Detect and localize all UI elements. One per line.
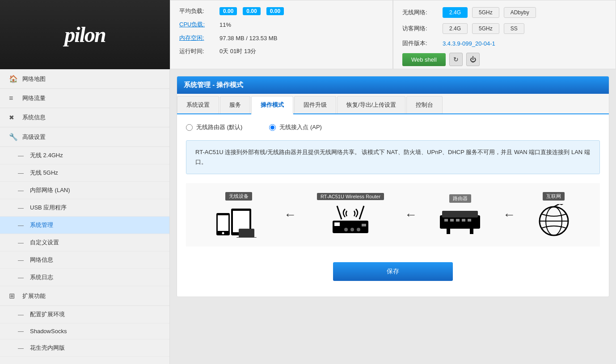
router-icon bbox=[324, 204, 377, 237]
svg-point-12 bbox=[344, 228, 348, 231]
sidebar-label-sys-log: 系统日志 bbox=[30, 273, 53, 281]
svg-rect-24 bbox=[470, 229, 473, 234]
sidebar-label-custom: 自定义设置 bbox=[30, 238, 59, 247]
cpu-row: CPU负载: 11% bbox=[179, 21, 384, 29]
arrow-2: ← bbox=[405, 208, 417, 222]
sidebar-item-peanut[interactable]: — 花生壳内网版 bbox=[0, 339, 169, 357]
wifi-5g-btn[interactable]: 5GHz bbox=[472, 7, 499, 18]
wireless-devices-label: 无线设备 bbox=[225, 192, 252, 201]
action-row: Web shell ↻ ⏻ bbox=[402, 53, 607, 66]
svg-point-14 bbox=[357, 228, 360, 231]
svg-line-28 bbox=[554, 204, 561, 207]
list-icon: ≡ bbox=[9, 94, 18, 102]
guest-label: 访客网络: bbox=[402, 25, 438, 33]
tab-system-settings[interactable]: 系统设置 bbox=[177, 96, 219, 113]
sidebar-item-wifi-24[interactable]: — 无线 2.4GHz bbox=[0, 147, 169, 164]
guest-ss-btn[interactable]: SS bbox=[504, 23, 524, 34]
sidebar-label-shadowsocks: ShadowSocks bbox=[30, 328, 67, 335]
sidebar-label-config-ext: 配置扩展环境 bbox=[30, 310, 65, 318]
header-right-panel: 无线网络: 2.4G 5GHz ADbyby 访客网络: 2.4G 5GHz S… bbox=[393, 0, 616, 69]
refresh-button[interactable]: ↻ bbox=[449, 53, 463, 66]
guest-row: 访客网络: 2.4G 5GHz SS bbox=[402, 23, 607, 34]
sidebar-item-wifi-5[interactable]: — 无线 5GHz bbox=[0, 164, 169, 182]
dash-icon-3: — bbox=[18, 187, 24, 194]
internet-icon bbox=[536, 204, 572, 238]
tab-operation-mode[interactable]: 操作模式 bbox=[251, 96, 293, 114]
tab-console[interactable]: 控制台 bbox=[406, 96, 443, 113]
power-button[interactable]: ⏻ bbox=[466, 53, 480, 66]
radio-option-ap[interactable]: 无线接入点 (AP) bbox=[269, 123, 322, 131]
sidebar-item-shadowsocks[interactable]: — ShadowSocks bbox=[0, 323, 169, 339]
sidebar-label-sys-manage: 系统管理 bbox=[30, 221, 53, 229]
load-val-2: 0.00 bbox=[243, 7, 260, 15]
svg-rect-17 bbox=[442, 211, 478, 218]
logo-area: pilon bbox=[0, 0, 170, 69]
diagram-internet: 互联网 bbox=[536, 192, 572, 238]
dash-icon-10: — bbox=[18, 328, 24, 335]
guest-2g-btn[interactable]: 2.4G bbox=[443, 23, 468, 34]
sidebar-item-network-flow[interactable]: ≡ 网络流量 bbox=[0, 89, 169, 108]
ext-router-icon bbox=[438, 206, 482, 235]
radio-router[interactable] bbox=[186, 124, 193, 131]
internet-label: 互联网 bbox=[543, 192, 565, 201]
sidebar-item-sys-manage[interactable]: — 系统管理 bbox=[0, 217, 169, 234]
avg-load-label: 平均负载: bbox=[179, 7, 215, 15]
diagram-router: RT-AC51U Wireless Router bbox=[317, 193, 384, 237]
svg-line-8 bbox=[337, 206, 342, 219]
arrow-1: ← bbox=[284, 208, 296, 222]
guest-5g-btn[interactable]: 5GHz bbox=[472, 23, 499, 34]
firmware-version[interactable]: 3.4.3.9-099_20-04-1 bbox=[443, 40, 495, 47]
network-diagram: 无线设备 bbox=[186, 183, 600, 247]
sidebar-item-net-info[interactable]: — 网络信息 bbox=[0, 251, 169, 269]
svg-rect-1 bbox=[218, 215, 228, 231]
tab-restore[interactable]: 恢复/导出/上传设置 bbox=[337, 96, 405, 113]
sidebar-item-extensions[interactable]: ⊞ 扩展功能 bbox=[0, 286, 169, 306]
radio-group: 无线路由器 (默认) 无线接入点 (AP) bbox=[186, 123, 600, 131]
tab-bar: 系统设置 服务 操作模式 固件升级 恢复/导出/上传设置 控制台 bbox=[177, 94, 609, 114]
dash-icon-7: — bbox=[18, 257, 24, 264]
sidebar-label-peanut: 花生壳内网版 bbox=[30, 344, 65, 352]
sidebar-item-network-map[interactable]: 🏠 网络地图 bbox=[0, 69, 169, 89]
wireless-devices-icon bbox=[214, 204, 263, 238]
svg-rect-23 bbox=[447, 229, 450, 234]
info-box: RT-AC51U 连接到外部有线/无线路由器并且提供无线网络共享。 该模式下 N… bbox=[186, 140, 600, 174]
sidebar-item-sys-log[interactable]: — 系统日志 bbox=[0, 269, 169, 286]
sidebar: 🏠 网络地图 ≡ 网络流量 ✖ 系统信息 🔧 高级设置 — 无线 2.4GHz … bbox=[0, 69, 170, 364]
sidebar-item-custom[interactable]: — 自定义设置 bbox=[0, 234, 169, 251]
svg-point-29 bbox=[560, 204, 563, 205]
dash-icon-9: — bbox=[18, 311, 24, 318]
sidebar-item-sys-info[interactable]: ✖ 系统信息 bbox=[0, 108, 169, 127]
dash-icon-8: — bbox=[18, 274, 24, 281]
mem-label[interactable]: 内存空闲: bbox=[179, 34, 215, 42]
sysinfo-icon: ✖ bbox=[9, 114, 18, 121]
svg-point-13 bbox=[350, 228, 354, 231]
dash-icon-6: — bbox=[18, 239, 24, 246]
panel-title: 系统管理 - 操作模式 bbox=[177, 76, 609, 94]
svg-rect-19 bbox=[450, 219, 454, 222]
sidebar-item-advanced[interactable]: 🔧 高级设置 bbox=[0, 127, 169, 147]
tab-firmware[interactable]: 固件升级 bbox=[294, 96, 336, 113]
cpu-label[interactable]: CPU负载: bbox=[179, 21, 215, 29]
tab-services[interactable]: 服务 bbox=[220, 96, 250, 113]
sidebar-label-usb: USB 应用程序 bbox=[30, 204, 67, 212]
save-button[interactable]: 保存 bbox=[333, 262, 453, 281]
wifi-adbyby-btn[interactable]: ADbyby bbox=[504, 7, 536, 18]
sidebar-label-wifi-24: 无线 2.4GHz bbox=[30, 151, 63, 159]
sidebar-item-usb[interactable]: — USB 应用程序 bbox=[0, 199, 169, 217]
sidebar-item-lan[interactable]: — 内部网络 (LAN) bbox=[0, 182, 169, 199]
uptime-value: 0天 01时 13分 bbox=[219, 47, 256, 55]
sidebar-item-config-ext[interactable]: — 配置扩展环境 bbox=[0, 306, 169, 323]
webshell-button[interactable]: Web shell bbox=[402, 53, 446, 66]
radio-ap[interactable] bbox=[269, 124, 276, 131]
radio-option-router[interactable]: 无线路由器 (默认) bbox=[186, 123, 242, 131]
uptime-label: 运行时间: bbox=[179, 47, 215, 55]
save-area: 保存 bbox=[186, 255, 600, 288]
logo: pilon bbox=[64, 22, 105, 47]
load-val-3: 0.00 bbox=[266, 7, 284, 15]
wifi-label: 无线网络: bbox=[402, 8, 438, 17]
grid-icon: ⊞ bbox=[9, 292, 18, 300]
sidebar-label-wifi-5: 无线 5GHz bbox=[30, 169, 58, 177]
radio-ap-label: 无线接入点 (AP) bbox=[279, 123, 322, 131]
wifi-2g-btn[interactable]: 2.4G bbox=[443, 7, 468, 18]
load-val-1: 0.00 bbox=[219, 7, 237, 15]
